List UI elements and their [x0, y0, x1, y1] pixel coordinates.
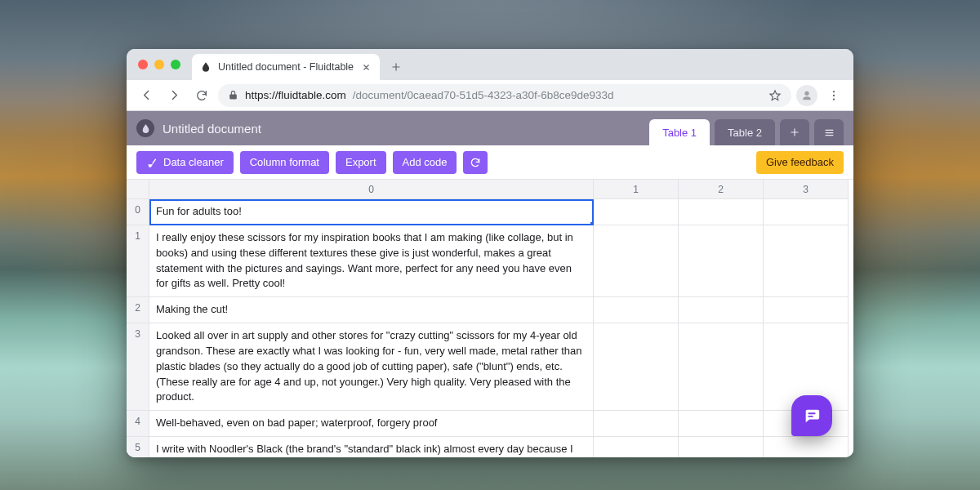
- cell[interactable]: I really enjoy these scissors for my ins…: [149, 225, 594, 297]
- cell[interactable]: [764, 199, 849, 225]
- sheet-tabs: Table 1 Table 2: [649, 111, 844, 145]
- add-table-button[interactable]: [780, 119, 809, 145]
- new-tab-button[interactable]: [385, 56, 408, 78]
- browser-window: Untitled document - Fluidtable https://f…: [127, 49, 853, 457]
- url-path: /document/0caead70-51d5-4323-a30f-6b8ce9…: [353, 89, 614, 101]
- app-header: Untitled document Table 1 Table 2: [127, 111, 853, 145]
- svg-point-1: [833, 94, 835, 96]
- cell[interactable]: [764, 297, 849, 323]
- cell[interactable]: [594, 297, 679, 323]
- tab-table-2[interactable]: Table 2: [715, 119, 775, 145]
- document-title[interactable]: Untitled document: [163, 122, 261, 136]
- chat-icon: [803, 407, 821, 425]
- cell[interactable]: Well-behaved, even on bad paper; waterpr…: [149, 411, 594, 437]
- browser-toolbar: https://fluidtable.com/document/0caead70…: [127, 80, 853, 111]
- cell[interactable]: [679, 225, 764, 297]
- droplet-icon: [136, 119, 154, 137]
- droplet-icon: [200, 61, 212, 73]
- bookmark-star-icon[interactable]: [768, 89, 782, 102]
- export-button[interactable]: Export: [336, 151, 386, 174]
- svg-point-2: [833, 98, 835, 100]
- close-icon[interactable]: [360, 61, 372, 73]
- browser-menu-button[interactable]: [822, 84, 845, 107]
- cell[interactable]: Fun for adults too!: [149, 199, 594, 225]
- add-code-button[interactable]: Add code: [393, 151, 457, 174]
- url-host: https://fluidtable.com: [245, 89, 346, 101]
- column-format-button[interactable]: Column format: [240, 151, 329, 174]
- cell[interactable]: [679, 199, 764, 225]
- row-header[interactable]: 1: [127, 225, 149, 297]
- table-menu-button[interactable]: [814, 119, 844, 145]
- cell[interactable]: [764, 225, 849, 297]
- column-header[interactable]: 3: [764, 180, 849, 199]
- back-button[interactable]: [135, 84, 158, 107]
- grid: 0 1 2 3 0 Fun for adults too! 1 I really…: [127, 180, 853, 457]
- cell[interactable]: [679, 411, 764, 437]
- cell[interactable]: [594, 411, 679, 437]
- address-bar[interactable]: https://fluidtable.com/document/0caead70…: [218, 84, 791, 107]
- window-close-button[interactable]: [138, 60, 148, 69]
- chat-fab[interactable]: [791, 395, 832, 436]
- button-label: Give feedback: [766, 156, 834, 168]
- column-header[interactable]: 2: [679, 180, 764, 199]
- cell[interactable]: [679, 437, 764, 457]
- broom-icon: [146, 157, 158, 168]
- data-cleaner-button[interactable]: Data cleaner: [136, 151, 234, 174]
- browser-tab[interactable]: Untitled document - Fluidtable: [192, 54, 380, 80]
- cell[interactable]: [594, 437, 679, 457]
- browser-tabstrip: Untitled document - Fluidtable: [127, 49, 853, 80]
- cell[interactable]: [594, 199, 679, 225]
- cell[interactable]: [679, 323, 764, 411]
- brand: Untitled document: [136, 111, 261, 145]
- window-controls: [135, 49, 187, 80]
- button-label: Add code: [403, 156, 448, 168]
- column-header[interactable]: 1: [594, 180, 679, 199]
- grid-corner[interactable]: [127, 180, 149, 199]
- cell[interactable]: I write with Noodler's Black (the brand'…: [149, 437, 594, 457]
- refresh-icon: [470, 157, 481, 168]
- row-header[interactable]: 0: [127, 199, 149, 225]
- cell[interactable]: [594, 323, 679, 411]
- forward-button[interactable]: [163, 84, 185, 107]
- give-feedback-button[interactable]: Give feedback: [756, 151, 844, 174]
- window-zoom-button[interactable]: [171, 60, 180, 69]
- row-header[interactable]: 5: [127, 437, 149, 457]
- column-header[interactable]: 0: [149, 180, 594, 199]
- cell[interactable]: [764, 437, 849, 457]
- row-header[interactable]: 2: [127, 297, 149, 323]
- button-label: Export: [345, 156, 376, 168]
- browser-tab-title: Untitled document - Fluidtable: [218, 61, 354, 73]
- refresh-button[interactable]: [463, 151, 488, 174]
- lock-icon: [228, 90, 238, 100]
- tab-table-1[interactable]: Table 1: [649, 119, 710, 145]
- cell[interactable]: Looked all over in art supply and other …: [149, 323, 594, 411]
- cell[interactable]: Making the cut!: [149, 297, 594, 323]
- button-label: Column format: [250, 156, 319, 168]
- svg-point-0: [833, 91, 835, 92]
- cell[interactable]: [679, 297, 764, 323]
- profile-avatar[interactable]: [796, 85, 817, 106]
- window-minimize-button[interactable]: [154, 60, 164, 69]
- button-label: Data cleaner: [163, 156, 224, 168]
- row-header[interactable]: 3: [127, 323, 149, 411]
- row-header[interactable]: 4: [127, 411, 149, 437]
- cell[interactable]: [594, 225, 679, 297]
- reload-button[interactable]: [190, 84, 213, 107]
- app-toolbar: Data cleaner Column format Export Add co…: [127, 145, 853, 180]
